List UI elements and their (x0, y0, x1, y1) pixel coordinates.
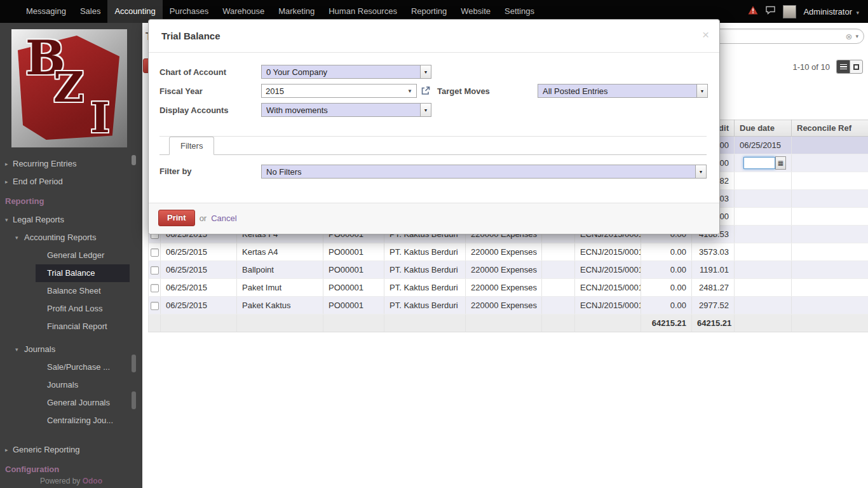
sidebar-scroll-grip[interactable] (132, 355, 136, 372)
cell-partner: PT. Kaktus Berduri (384, 297, 466, 315)
chevron-right-icon: ▸ (5, 155, 8, 173)
sidebar-item-recurring-entries[interactable]: ▸Recurring Entries (0, 155, 142, 173)
cell-reconcile (792, 190, 868, 208)
due-date-input[interactable] (743, 157, 775, 169)
search-options-icon[interactable]: ▾ (855, 33, 858, 39)
avatar[interactable] (783, 5, 796, 18)
sidebar-item-centralizing-journals[interactable]: Centralizing Jou... (0, 412, 142, 430)
sidebar-scrollbar-thumb[interactable] (132, 155, 136, 165)
filter-by-label: Filter by (159, 166, 258, 176)
cell-misc (542, 279, 575, 297)
chart-of-account-label: Chart of Account (159, 67, 258, 77)
cell-reconcile (792, 208, 868, 226)
cell-journal: ECNJ/2015/0001 (575, 297, 641, 315)
user-name: Administrator (803, 7, 852, 17)
sidebar-menu: ▸Recurring Entries ▸End of Period Report… (0, 155, 142, 479)
cell-due (735, 243, 792, 261)
cell-reconcile (792, 137, 868, 154)
open-record-icon[interactable] (420, 86, 431, 96)
cell-due (735, 172, 792, 190)
cell-misc (542, 243, 575, 261)
cell-select (149, 297, 161, 315)
user-menu[interactable]: Administrator ▾ (803, 6, 859, 17)
chevron-down-icon[interactable]: ▼ (695, 165, 706, 178)
dialog-title: Trial Balance (161, 30, 220, 41)
sidebar-item-journals[interactable]: Journals (0, 376, 142, 394)
chat-icon[interactable] (765, 6, 776, 17)
sidebar-item-trial-balance[interactable]: Trial Balance (0, 264, 142, 282)
cell-journal: ECNJ/2015/0001 (575, 261, 641, 279)
cell-due (735, 279, 792, 297)
row-checkbox[interactable] (151, 266, 159, 274)
sidebar-item-financial-report[interactable]: Financial Report (0, 318, 142, 336)
chevron-down-icon[interactable]: ▼ (696, 85, 707, 97)
notebook: Filters (159, 136, 707, 155)
target-moves-select[interactable]: All Posted Entries ▼ (538, 84, 708, 98)
sidebar-item-sale-purchase-journals[interactable]: Sale/Purchase ... (0, 358, 142, 376)
cell-account: 220000 Expenses (466, 261, 542, 279)
sidebar-item-journals-group[interactable]: ▾Journals (0, 341, 142, 358)
close-icon[interactable]: × (702, 29, 709, 41)
row-checkbox[interactable] (151, 284, 159, 292)
chart-of-account-select[interactable]: 0 Your Company ▼ (261, 65, 431, 79)
row-checkbox[interactable] (151, 248, 159, 257)
cell-due (735, 261, 792, 279)
cell-name: Kertas A4 (237, 243, 323, 261)
table-row[interactable]: 06/25/2015 Paket Imut PO00001 PT. Kaktus… (149, 279, 868, 297)
or-text: or (200, 214, 207, 223)
table-row[interactable]: 06/25/2015 Kertas A4 PO00001 PT. Kaktus … (149, 243, 868, 261)
header-reconcile-ref[interactable]: Reconcile Ref (792, 120, 868, 137)
sidebar-item-profit-and-loss[interactable]: Profit And Loss (0, 300, 142, 318)
chevron-down-icon[interactable]: ▼ (420, 65, 431, 78)
powered-by: Powered by Odoo (0, 477, 142, 485)
sidebar-item-legal-reports[interactable]: ▾Legal Reports (0, 211, 142, 229)
chevron-down-icon[interactable]: ▼ (420, 104, 431, 116)
sidebar-scroll-grip[interactable] (132, 391, 136, 409)
sidebar-item-balance-sheet[interactable]: Balance Sheet (0, 282, 142, 300)
nav-messaging[interactable]: Messaging (19, 0, 73, 23)
table-row[interactable]: 06/25/2015 Paket Kaktus PO00001 PT. Kakt… (149, 297, 868, 315)
row-checkbox[interactable] (151, 302, 159, 310)
sidebar-item-accounting-reports[interactable]: ▾Accounting Reports (0, 229, 142, 247)
chevron-right-icon: ▸ (5, 173, 8, 191)
kanban-view-button[interactable] (850, 60, 863, 74)
cell-partner: PT. Kaktus Berduri (384, 243, 466, 261)
sidebar-section-reporting[interactable]: Reporting (0, 192, 142, 211)
pager-row: 1-10 of 10 (792, 60, 863, 74)
odoo-brand-link[interactable]: Odoo (83, 477, 102, 485)
chevron-down-icon: ▾ (856, 10, 859, 16)
cell-due (735, 190, 792, 208)
sidebar-item-end-of-period[interactable]: ▸End of Period (0, 173, 142, 191)
print-button[interactable]: Print (158, 210, 195, 226)
cell-reconcile (792, 226, 868, 243)
calendar-button[interactable]: ▦ (775, 156, 786, 170)
fiscal-year-select[interactable]: 2015 ▼ (261, 84, 417, 98)
list-view-button[interactable] (836, 60, 850, 74)
screen: Messaging Sales Accounting Purchases War… (0, 0, 868, 488)
warning-icon[interactable] (748, 6, 758, 17)
nav-sales[interactable]: Sales (73, 0, 108, 23)
cell-reconcile (792, 297, 868, 315)
cell-misc (542, 297, 575, 315)
chevron-down-icon: ▾ (5, 211, 8, 229)
clear-search-icon[interactable]: ⊗ (846, 32, 853, 41)
cell-date: 06/25/2015 (161, 243, 237, 261)
dialog-header: Trial Balance × (149, 20, 719, 53)
cancel-link[interactable]: Cancel (211, 214, 236, 223)
sidebar-item-generic-reporting[interactable]: ▸Generic Reporting (0, 441, 142, 459)
cell-account: 220000 Expenses (466, 279, 542, 297)
sidebar-item-general-ledger[interactable]: General Ledger (0, 247, 142, 264)
fiscal-year-label: Fiscal Year (159, 86, 258, 96)
table-row[interactable]: 06/25/2015 Ballpoint PO00001 PT. Kaktus … (149, 261, 868, 279)
cell-date: 06/25/2015 (161, 279, 237, 297)
display-accounts-select[interactable]: With movements ▼ (261, 103, 431, 117)
cell-select (149, 243, 161, 261)
total-debit: 64215.21 (641, 315, 692, 332)
sidebar-item-general-journals[interactable]: General Journals (0, 394, 142, 412)
cell-account: 220000 Expenses (466, 297, 542, 315)
header-due-date[interactable]: Due date (735, 120, 792, 137)
company-logo: B Z I (11, 29, 127, 147)
filter-by-select[interactable]: No Filters ▼ (261, 165, 707, 179)
sidebar: B Z I ▸Recurring Entries ▸End of Period … (0, 23, 142, 488)
tab-filters[interactable]: Filters (169, 137, 214, 155)
